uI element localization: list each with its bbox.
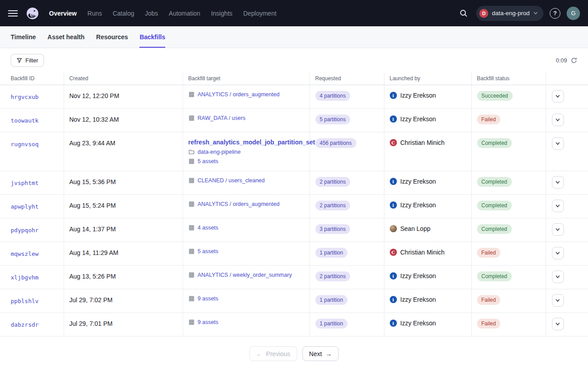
launched-by-name: Izzy Erekson bbox=[400, 201, 436, 209]
column-header: Backfill target bbox=[183, 73, 310, 85]
requested-badge: 2 partitions bbox=[315, 271, 351, 281]
previous-page-button[interactable]: ← Previous bbox=[249, 346, 297, 361]
row-menu-button[interactable] bbox=[552, 247, 564, 259]
chevron-down-icon bbox=[555, 274, 560, 279]
avatar: C bbox=[390, 139, 397, 146]
backfill-target-link[interactable]: ANALYTICS / weekly_order_summary bbox=[198, 272, 292, 278]
requested-badge: 3 partitions bbox=[315, 224, 351, 234]
asset-table-icon bbox=[188, 177, 195, 184]
requested-badge: 1 partition bbox=[315, 319, 348, 328]
column-header bbox=[546, 73, 588, 85]
row-menu-button[interactable] bbox=[552, 294, 564, 307]
launched-by-name: Izzy Erekson bbox=[400, 92, 436, 99]
table-row: jvsphtmt Aug 15, 5:36 PM CLEANED / users… bbox=[0, 171, 588, 195]
nav-item-deployment[interactable]: Deployment bbox=[243, 10, 277, 17]
backfill-id-link[interactable]: toowautk bbox=[11, 117, 39, 124]
created-timestamp: Nov 12, 10:32 AM bbox=[69, 116, 119, 123]
avatar: i bbox=[390, 296, 397, 303]
tab-backfills[interactable]: Backfills bbox=[139, 26, 165, 48]
backfill-id-link[interactable]: xljbgvhm bbox=[11, 274, 39, 281]
row-menu-button[interactable] bbox=[552, 271, 564, 283]
left-arrow-icon: ← bbox=[256, 350, 262, 357]
column-header: Requested bbox=[310, 73, 384, 85]
backfill-id-link[interactable]: pdypqohr bbox=[11, 227, 39, 234]
backfill-id-link[interactable]: ppblshlv bbox=[11, 298, 39, 304]
nav-item-catalog[interactable]: Catalog bbox=[113, 10, 134, 17]
created-timestamp: Aug 15, 5:24 PM bbox=[69, 202, 116, 209]
asset-table-icon bbox=[188, 158, 195, 164]
launched-by-name: Sean Lopp bbox=[400, 225, 431, 232]
status-badge: Completed bbox=[477, 201, 512, 210]
backfill-target-link[interactable]: 5 assets bbox=[198, 158, 219, 164]
row-menu-button[interactable] bbox=[552, 176, 564, 189]
chevron-down-icon bbox=[533, 11, 538, 16]
status-badge: Failed bbox=[477, 295, 501, 305]
status-badge: Failed bbox=[477, 319, 501, 328]
row-menu-button[interactable] bbox=[552, 90, 564, 103]
backfill-target-link[interactable]: RAW_DATA / users bbox=[198, 115, 245, 121]
backfill-target-link[interactable]: ANALYTICS / orders_augmented bbox=[198, 201, 280, 207]
created-timestamp: Jul 29, 7:01 PM bbox=[69, 320, 113, 327]
deployment-avatar: D bbox=[479, 9, 488, 18]
backfill-target-link[interactable]: 5 assets bbox=[198, 248, 219, 255]
nav-item-jobs[interactable]: Jobs bbox=[145, 10, 158, 17]
backfill-target-link[interactable]: 9 assets bbox=[198, 296, 219, 302]
avatar: i bbox=[390, 178, 397, 185]
backfill-id-link[interactable]: rugnvsoq bbox=[11, 141, 39, 148]
backfill-target-link[interactable]: ANALYTICS / orders_augmented bbox=[198, 91, 280, 98]
backfill-id-link[interactable]: dabzrsdr bbox=[11, 321, 39, 328]
created-timestamp: Aug 23, 9:44 AM bbox=[69, 140, 116, 147]
row-menu-button[interactable] bbox=[552, 200, 564, 212]
backfill-target-link[interactable]: 9 assets bbox=[198, 319, 219, 325]
row-menu-button[interactable] bbox=[552, 114, 564, 126]
backfill-id-link[interactable]: hrgvcxub bbox=[11, 94, 39, 100]
dagster-logo-icon[interactable] bbox=[26, 7, 39, 20]
refresh-icon[interactable] bbox=[571, 57, 577, 64]
top-navigation: OverviewRunsCatalogJobsAutomationInsight… bbox=[0, 0, 588, 26]
nav-item-runs[interactable]: Runs bbox=[87, 10, 102, 17]
backfill-target-link[interactable]: 4 assets bbox=[198, 225, 219, 231]
table-row: hrgvcxub Nov 12, 12:20 PM ANALYTICS / or… bbox=[0, 85, 588, 109]
requested-badge: 456 partitions bbox=[315, 138, 356, 148]
backfill-id-link[interactable]: apwplyht bbox=[11, 203, 39, 210]
created-timestamp: Nov 12, 12:20 PM bbox=[69, 92, 119, 99]
table-row: xljbgvhm Aug 13, 5:26 PM ANALYTICS / wee… bbox=[0, 266, 588, 289]
avatar: i bbox=[390, 115, 397, 123]
column-header: Backfill ID bbox=[0, 73, 64, 85]
nav-item-automation[interactable]: Automation bbox=[169, 10, 200, 17]
created-timestamp: Jul 29, 7:02 PM bbox=[69, 296, 113, 304]
asset-table-icon bbox=[188, 319, 195, 325]
hamburger-menu-icon[interactable] bbox=[8, 10, 18, 16]
row-menu-button[interactable] bbox=[552, 223, 564, 236]
table-row: mqwszlew Aug 14, 11:29 AM 5 assets 1 par… bbox=[0, 242, 588, 266]
funnel-icon bbox=[16, 57, 22, 63]
chevron-down-icon bbox=[555, 298, 560, 303]
secondary-tabbar: TimelineAsset healthResourcesBackfills bbox=[0, 26, 588, 48]
backfill-target-link[interactable]: data-eng-pipeline bbox=[198, 149, 241, 155]
tab-asset-health[interactable]: Asset health bbox=[48, 26, 85, 48]
user-avatar[interactable]: G bbox=[567, 7, 580, 20]
row-menu-button[interactable] bbox=[552, 137, 564, 150]
status-badge: Completed bbox=[477, 138, 512, 148]
chevron-down-icon bbox=[555, 117, 560, 123]
launched-by-name: Christian Minich bbox=[400, 249, 445, 256]
backfills-table: Backfill IDCreatedBackfill targetRequest… bbox=[0, 73, 588, 337]
chevron-down-icon bbox=[555, 94, 560, 99]
nav-item-insights[interactable]: Insights bbox=[211, 10, 233, 17]
backfill-target-link[interactable]: refresh_analytics_model_job_partition_se… bbox=[188, 139, 315, 146]
help-icon[interactable]: ? bbox=[550, 8, 560, 19]
search-icon[interactable] bbox=[457, 7, 470, 20]
filter-button[interactable]: Filter bbox=[11, 54, 44, 67]
next-page-button[interactable]: Next → bbox=[302, 346, 339, 361]
row-menu-button[interactable] bbox=[552, 318, 564, 330]
requested-badge: 1 partition bbox=[315, 248, 348, 258]
backfill-target-link[interactable]: CLEANED / users_cleaned bbox=[198, 177, 265, 184]
launched-by-name: Izzy Erekson bbox=[400, 272, 436, 279]
backfill-id-link[interactable]: mqwszlew bbox=[11, 250, 39, 257]
launched-by-name: Izzy Erekson bbox=[400, 320, 436, 327]
backfill-id-link[interactable]: jvsphtmt bbox=[11, 180, 39, 186]
nav-item-overview[interactable]: Overview bbox=[49, 10, 77, 17]
deployment-switcher[interactable]: D data-eng-prod bbox=[476, 6, 543, 21]
tab-timeline[interactable]: Timeline bbox=[11, 26, 36, 48]
tab-resources[interactable]: Resources bbox=[96, 26, 128, 48]
